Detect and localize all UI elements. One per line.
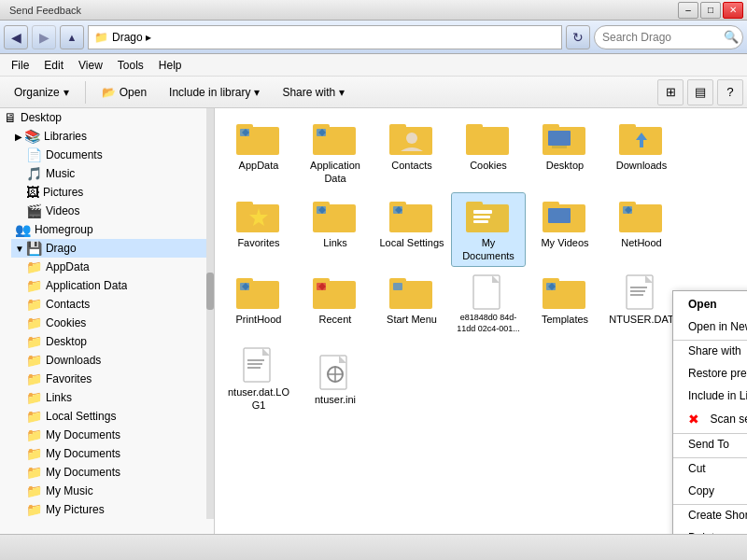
folder-item-cookies[interactable]: Cookies [452, 116, 525, 189]
folder-item-local-settings[interactable]: Local Settings [375, 193, 448, 267]
folder-item-start-menu[interactable]: Start Menu [375, 270, 448, 338]
sidebar-item-music[interactable]: 🎵 Music [22, 164, 206, 183]
sidebar-item-my-documents[interactable]: 📁 My Documents [22, 426, 206, 444]
folder-item-more-files[interactable]: e81848d0 84d-11dd 02c4-001... [452, 270, 525, 338]
folder-item-favorites[interactable]: Favorites [222, 193, 295, 267]
sidebar-item-libraries[interactable]: ▶ 📚 Libraries [11, 127, 206, 146]
ctx-delete[interactable]: Delete [673, 526, 747, 534]
include-library-button[interactable]: Include in library ▾ [159, 79, 270, 105]
sidebar-scrollbar[interactable] [206, 108, 214, 519]
ctx-scan-antivir[interactable]: ✖ Scan selected files with AntiVir [673, 407, 747, 431]
sidebar-item-appdata[interactable]: 📁 AppData [22, 258, 206, 276]
menu-edit[interactable]: Edit [36, 57, 71, 74]
back-button[interactable]: ◀ [4, 25, 28, 49]
address-bar: ◀ ▶ ▲ 📁 Drago ▸ ↻ 🔍 [0, 21, 747, 54]
feedback-link[interactable]: Send Feedback [9, 5, 81, 16]
forward-button[interactable]: ▶ [32, 25, 56, 49]
sidebar-item-my-documents3[interactable]: 📁 My Documents [22, 463, 206, 482]
open-button[interactable]: 📂 Open [92, 79, 157, 105]
folder-item-links[interactable]: Links [299, 193, 372, 267]
preview-toggle-button[interactable]: ▤ [687, 79, 713, 105]
sidebar-item-contacts[interactable]: 📁 Contacts [22, 295, 206, 314]
menu-tools[interactable]: Tools [110, 57, 151, 74]
sidebar-item-label: Contacts [46, 298, 90, 311]
folder-label: NetHood [621, 236, 661, 249]
ctx-include-library[interactable]: Include in Library ▶ [673, 385, 747, 407]
up-button[interactable]: ▲ [60, 25, 84, 49]
sidebar-item-desktop[interactable]: 🖥 Desktop [0, 108, 206, 127]
help-button[interactable]: ? [717, 79, 743, 105]
maximize-button[interactable]: □ [700, 2, 721, 19]
sidebar-item-my-pictures[interactable]: 📁 My Pictures [22, 500, 206, 519]
svg-rect-62 [630, 287, 647, 288]
folder-label: Recent [319, 313, 352, 326]
sidebar-item-desktop2[interactable]: 📁 Desktop [22, 332, 206, 351]
sidebar-item-my-music[interactable]: 📁 My Music [22, 482, 206, 500]
folder-item-templates[interactable]: Templates [529, 270, 601, 338]
main-layout: 🖥 Desktop ▶ 📚 Libraries 📄 Documents [0, 108, 747, 534]
folder-item-contacts[interactable]: Contacts [375, 116, 448, 189]
svg-rect-53 [393, 283, 402, 290]
folder-item-nethood[interactable]: NetHood [605, 193, 678, 267]
folder-item-printhood[interactable]: PrintHood [222, 270, 295, 338]
svg-rect-68 [247, 363, 262, 365]
my-pictures-icon: 📁 [26, 502, 42, 517]
folder-item-ntuser-dat-log1[interactable]: ntuser.dat.LOG1 [222, 343, 295, 416]
sidebar-item-links[interactable]: 📁 Links [22, 388, 206, 407]
folder-item-downloads[interactable]: Downloads [605, 116, 678, 189]
organize-button[interactable]: Organize ▾ [4, 79, 79, 105]
ctx-open-new-window[interactable]: Open in New Window [673, 315, 747, 338]
view-toggle-button[interactable]: ⊞ [657, 79, 684, 105]
libraries-icon: 📚 [24, 129, 40, 144]
ctx-cut[interactable]: Cut [673, 457, 747, 480]
ctx-copy[interactable]: Copy [673, 480, 747, 502]
folder-label: Templates [542, 313, 588, 326]
folder-item-desktop[interactable]: Desktop [529, 116, 601, 189]
include-library-dropdown-icon: ▾ [254, 86, 260, 99]
folder-item-ntuser-ini[interactable]: ntuser.ini [299, 350, 372, 416]
breadcrumb-path: Drago ▸ [112, 31, 151, 44]
ctx-send-to[interactable]: Send To ▶ [673, 433, 747, 455]
folder-item-recent[interactable]: Recent [299, 270, 372, 338]
folder-label: Downloads [616, 159, 667, 172]
desktop-icon: 🖥 [4, 110, 17, 125]
menu-file[interactable]: File [4, 57, 36, 74]
menu-help[interactable]: Help [151, 57, 190, 74]
ctx-share-with[interactable]: Share with ▶ [673, 340, 747, 362]
breadcrumb[interactable]: 📁 Drago ▸ [88, 25, 562, 49]
toolbar-separator-1 [85, 81, 86, 104]
refresh-button[interactable]: ↻ [566, 25, 590, 49]
ctx-create-shortcut-label: Create Shortcut [688, 509, 747, 522]
menu-view[interactable]: View [71, 57, 110, 74]
sidebar-item-pictures[interactable]: 🖼 Pictures [22, 183, 206, 202]
folder-label: Start Menu [387, 313, 437, 326]
minimize-button[interactable]: – [678, 2, 698, 19]
sidebar-item-favorites[interactable]: 📁 Favorites [22, 370, 206, 388]
folder-item-my-documents[interactable]: My Documents [452, 193, 525, 267]
svg-rect-37 [543, 202, 559, 207]
desktop2-icon: 📁 [26, 334, 42, 349]
folder-item-appdata[interactable]: AppData [222, 116, 295, 189]
ctx-open[interactable]: Open [673, 293, 747, 315]
close-button[interactable]: ✕ [723, 2, 743, 19]
sidebar-item-drago[interactable]: ▼ 💾 Drago [11, 239, 206, 258]
folder-item-my-videos[interactable]: My Videos [529, 193, 601, 267]
folder-item-application-data[interactable]: Application Data [299, 116, 372, 189]
ctx-create-shortcut[interactable]: Create Shortcut [673, 504, 747, 526]
search-input[interactable] [594, 25, 743, 49]
share-with-button[interactable]: Share with ▾ [272, 79, 355, 105]
sidebar-item-documents[interactable]: 📄 Documents [22, 146, 206, 164]
folder-label: Cookies [470, 159, 507, 172]
folder-item-ntuser-dat[interactable]: NTUSER.DAT [605, 270, 678, 338]
sidebar-item-cookies[interactable]: 📁 Cookies [22, 314, 206, 332]
svg-rect-33 [473, 210, 492, 214]
sidebar-item-my-documents2[interactable]: 📁 My Documents [22, 444, 206, 463]
search-button[interactable]: 🔍 [723, 29, 740, 46]
sidebar-item-videos[interactable]: 🎬 Videos [22, 202, 206, 220]
sidebar-item-local-settings[interactable]: 📁 Local Settings [22, 407, 206, 426]
sidebar-scrollbar-thumb[interactable] [206, 273, 214, 310]
ctx-restore-versions[interactable]: Restore previous versions [673, 362, 747, 385]
sidebar-item-downloads[interactable]: 📁 Downloads [22, 351, 206, 370]
sidebar-item-homegroup[interactable]: 👥 Homegroup [11, 220, 206, 239]
sidebar-item-application-data[interactable]: 📁 Application Data [22, 276, 206, 295]
